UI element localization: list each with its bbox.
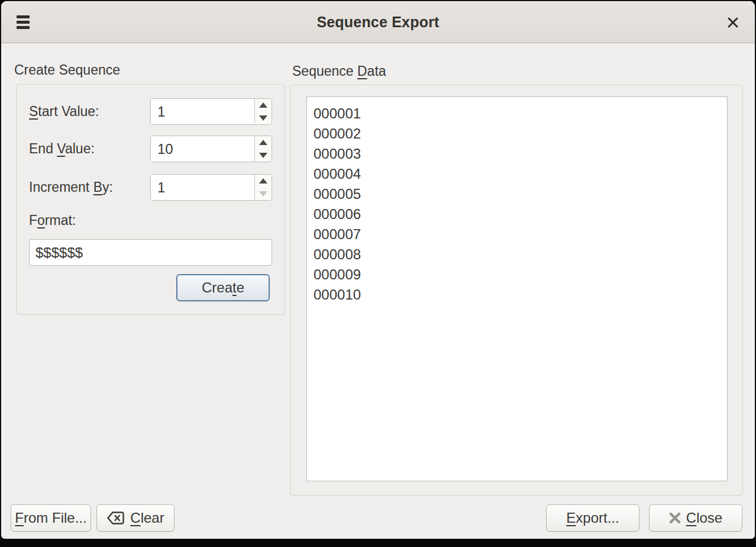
export-button-label: Export... (566, 510, 619, 526)
backspace-icon (106, 511, 125, 525)
list-item[interactable]: 000005 (307, 184, 727, 204)
end-value-input[interactable] (151, 136, 254, 162)
clear-button[interactable]: Clear (96, 504, 175, 532)
list-item[interactable]: 000008 (307, 244, 727, 265)
list-item[interactable]: 000010 (307, 285, 727, 305)
list-item[interactable]: 000002 (307, 124, 727, 144)
arrow-up-icon (259, 178, 267, 184)
window-title: Sequence Export (1, 14, 755, 31)
sequence-export-dialog: Sequence Export Create Sequence Start Va… (1, 1, 755, 539)
start-value-row: Start Value: (29, 98, 272, 125)
close-icon (726, 16, 739, 29)
arrow-down-icon (259, 191, 267, 197)
list-item[interactable]: 000006 (307, 204, 727, 224)
titlebar: Sequence Export (1, 1, 755, 43)
increment-by-label: Increment By: (29, 179, 113, 195)
create-sequence-group-label: Create Sequence (14, 62, 120, 78)
format-label: Format: (29, 213, 76, 229)
end-value-spin-up[interactable] (255, 136, 272, 149)
sequence-data-groupbox: 0000010000020000030000040000050000060000… (290, 85, 743, 495)
start-value-spin-up[interactable] (255, 99, 272, 112)
start-value-spinner (150, 98, 272, 125)
increment-by-spinner (150, 174, 272, 201)
end-value-row: End Value: (29, 136, 272, 162)
list-item[interactable]: 000007 (307, 224, 727, 244)
close-button[interactable]: Close (649, 504, 742, 532)
arrow-up-icon (259, 140, 267, 145)
increment-by-spin-up[interactable] (255, 175, 272, 188)
end-value-spin-down[interactable] (255, 149, 272, 162)
sequence-data-list[interactable]: 0000010000020000030000040000050000060000… (306, 96, 728, 481)
start-value-spin-down[interactable] (255, 112, 272, 125)
from-file-button-label: From File... (15, 510, 86, 526)
menu-button[interactable] (17, 15, 31, 29)
arrow-down-icon (259, 115, 267, 121)
start-value-label: Start Value: (29, 104, 99, 120)
list-item[interactable]: 000004 (307, 164, 727, 184)
create-button[interactable]: Create (176, 274, 270, 301)
increment-by-row: Increment By: (29, 174, 272, 201)
arrow-up-icon (259, 102, 267, 108)
sequence-data-group-label: Sequence Data (292, 63, 386, 79)
arrow-down-icon (259, 153, 267, 158)
close-button-label: Close (686, 510, 722, 526)
create-sequence-groupbox: Start Value: End Value: Increment By: (16, 84, 285, 315)
clear-button-label: Clear (130, 510, 164, 526)
create-button-label: Create (202, 279, 244, 296)
hamburger-icon (17, 15, 30, 18)
format-input[interactable] (29, 239, 272, 266)
export-button[interactable]: Export... (546, 504, 639, 532)
close-x-icon (669, 512, 681, 524)
increment-by-spin-down[interactable] (255, 188, 272, 201)
start-value-input[interactable] (151, 99, 254, 124)
from-file-button[interactable]: From File... (11, 504, 91, 532)
end-value-spinner (150, 136, 272, 162)
list-item[interactable]: 000009 (307, 265, 727, 285)
increment-by-input[interactable] (151, 175, 254, 200)
window-close-button[interactable] (725, 15, 741, 30)
list-item[interactable]: 000003 (307, 144, 727, 164)
end-value-label: End Value: (29, 141, 95, 157)
list-item[interactable]: 000001 (307, 104, 727, 124)
